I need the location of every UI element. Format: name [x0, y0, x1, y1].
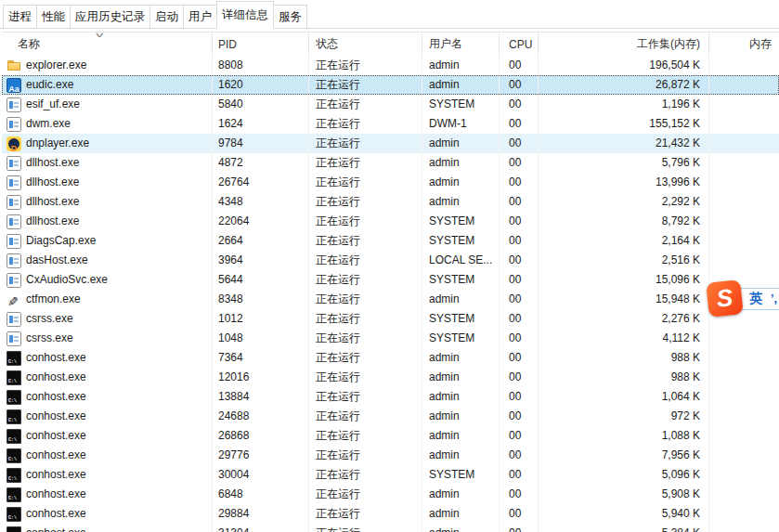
cell-memory — [709, 231, 779, 251]
cell-user: admin — [422, 290, 500, 309]
cell-user: SYSTEM — [422, 231, 500, 251]
tab-startup[interactable]: 启动 — [149, 5, 184, 28]
cell-user: admin — [422, 75, 500, 95]
cell-pid: 4348 — [213, 192, 309, 212]
table-row[interactable]: dllhost.exe26764正在运行admin0013,996 K — [2, 173, 779, 192]
table-row[interactable]: C:\conhost.exe29776正在运行admin007,956 K — [2, 446, 779, 465]
tab-performance[interactable]: 性能 — [36, 5, 71, 28]
table-row[interactable]: dwm.exe1624正在运行DWM-100155,152 K — [2, 114, 779, 134]
ime-mode-bar[interactable]: 英 ’, — [737, 288, 779, 310]
defwin-icon — [6, 117, 21, 132]
tab-users[interactable]: 用户 — [183, 5, 217, 28]
table-row[interactable]: Aaeudic.exe1620正在运行admin0026,872 K — [2, 75, 779, 95]
sogou-logo-icon[interactable]: S — [706, 279, 744, 318]
cell-name: C:\conhost.exe — [2, 485, 213, 504]
cell-status: 正在运行 — [309, 387, 422, 407]
table-row[interactable]: explorer.exe8808正在运行admin00196,504 K — [2, 56, 779, 75]
table-row[interactable]: esif_uf.exe5840正在运行SYSTEM001,196 K — [2, 95, 779, 114]
column-header-pid[interactable]: PID — [213, 32, 309, 56]
cell-pid: 5644 — [213, 270, 309, 290]
table-row[interactable]: ✎ctfmon.exe8348正在运行admin0015,948 K — [2, 290, 779, 309]
cell-name: C:\conhost.exe — [2, 368, 213, 387]
cell-pid: 12016 — [213, 368, 309, 387]
cell-status: 正在运行 — [309, 485, 422, 504]
cell-memory — [709, 329, 779, 348]
cell-name: Ddnplayer.exe — [2, 134, 213, 153]
process-name: conhost.exe — [26, 465, 86, 485]
table-row[interactable]: C:\conhost.exe7364正在运行admin00988 K — [2, 348, 779, 368]
cell-name: dwm.exe — [2, 114, 213, 134]
table-row[interactable]: C:\conhost.exe30004正在运行SYSTEM005,096 K — [2, 465, 779, 485]
cell-pid: 13884 — [213, 387, 309, 407]
process-name: conhost.exe — [26, 524, 86, 532]
cell-mem: 2,292 K — [539, 192, 709, 212]
column-header-name[interactable]: 名称 — [2, 32, 213, 56]
table-row[interactable]: C:\conhost.exe6848正在运行admin005,908 K — [2, 485, 779, 504]
table-row[interactable]: C:\conhost.exe12016正在运行admin00988 K — [2, 368, 779, 387]
cell-status: 正在运行 — [309, 504, 422, 524]
defwin-icon — [6, 253, 21, 268]
process-name: conhost.exe — [26, 387, 86, 407]
column-header-username[interactable]: 用户名 — [422, 32, 500, 56]
cell-memory — [709, 134, 779, 153]
table-row[interactable]: Ddnplayer.exe9784正在运行admin0021,432 K — [2, 134, 779, 153]
ime-status-widget[interactable]: S 英 ’, — [708, 281, 779, 316]
console-icon: C:\ — [6, 409, 21, 424]
cell-cpu: 00 — [500, 407, 539, 426]
cell-mem: 5,096 K — [539, 465, 709, 485]
cell-pid: 1012 — [213, 309, 309, 329]
table-row[interactable]: C:\conhost.exe31304正在运行admin005,384 K — [2, 524, 779, 532]
cell-mem: 7,956 K — [539, 446, 709, 465]
cell-pid: 4872 — [213, 153, 309, 173]
ime-mode-label[interactable]: 英 — [749, 291, 762, 307]
table-row[interactable]: dllhost.exe22064正在运行SYSTEM008,792 K — [2, 212, 779, 231]
ime-punctuation-icon[interactable]: ’, — [771, 292, 777, 305]
tab-details[interactable]: 详细信息 — [216, 1, 274, 29]
table-row[interactable]: C:\conhost.exe29884正在运行admin005,940 K — [2, 504, 779, 524]
column-header-status[interactable]: 状态 — [309, 32, 422, 56]
console-icon: C:\ — [6, 526, 21, 532]
table-row[interactable]: dasHost.exe3964正在运行LOCAL SE...002,516 K — [2, 251, 779, 270]
cell-mem: 21,432 K — [539, 134, 709, 153]
table-row[interactable]: dllhost.exe4348正在运行admin002,292 K — [2, 192, 779, 212]
process-table-body: explorer.exe8808正在运行admin00196,504 KAaeu… — [2, 56, 779, 532]
cell-pid: 26764 — [213, 173, 309, 192]
console-icon: C:\ — [6, 507, 21, 522]
table-row[interactable]: C:\conhost.exe13884正在运行admin001,064 K — [2, 387, 779, 407]
cell-pid: 2664 — [213, 231, 309, 251]
process-name: dasHost.exe — [26, 251, 88, 270]
cell-mem: 2,276 K — [539, 309, 709, 329]
cell-cpu: 00 — [500, 465, 539, 485]
cell-name: esif_uf.exe — [2, 95, 213, 114]
column-header-cpu[interactable]: CPU — [500, 32, 539, 56]
cell-status: 正在运行 — [309, 251, 422, 270]
column-header-workingset[interactable]: 工作集(内存) — [539, 32, 709, 56]
column-header-memory[interactable]: 内存 — [709, 32, 779, 56]
cell-name: dllhost.exe — [2, 153, 213, 173]
cell-memory — [709, 75, 779, 95]
process-name: conhost.exe — [26, 485, 86, 504]
process-name: dllhost.exe — [26, 153, 79, 173]
cell-status: 正在运行 — [309, 153, 422, 173]
cell-pid: 1624 — [213, 114, 309, 134]
table-row[interactable]: C:\conhost.exe24688正在运行admin00972 K — [2, 407, 779, 426]
table-row[interactable]: C:\conhost.exe26868正在运行admin001,088 K — [2, 426, 779, 446]
cell-mem: 4,112 K — [539, 329, 709, 348]
tab-app-history[interactable]: 应用历史记录 — [70, 5, 150, 28]
cell-name: dllhost.exe — [2, 192, 213, 212]
tab-services[interactable]: 服务 — [273, 5, 307, 28]
tab-processes[interactable]: 进程 — [3, 5, 37, 28]
table-row[interactable]: CxAudioSvc.exe5644正在运行SYSTEM0015,096 K — [2, 270, 779, 290]
cell-name: DiagsCap.exe — [2, 231, 213, 251]
cell-status: 正在运行 — [309, 56, 422, 75]
process-name: conhost.exe — [26, 446, 86, 465]
cell-name: C:\conhost.exe — [2, 446, 213, 465]
cell-memory — [709, 95, 779, 114]
table-row[interactable]: csrss.exe1048正在运行SYSTEM004,112 K — [2, 329, 779, 348]
cell-pid: 8348 — [213, 290, 309, 309]
cell-pid: 26868 — [213, 426, 309, 446]
defwin-icon — [6, 214, 21, 229]
table-row[interactable]: DiagsCap.exe2664正在运行SYSTEM002,164 K — [2, 231, 779, 251]
table-row[interactable]: dllhost.exe4872正在运行admin005,796 K — [2, 153, 779, 173]
table-row[interactable]: csrss.exe1012正在运行SYSTEM002,276 K — [2, 309, 779, 329]
